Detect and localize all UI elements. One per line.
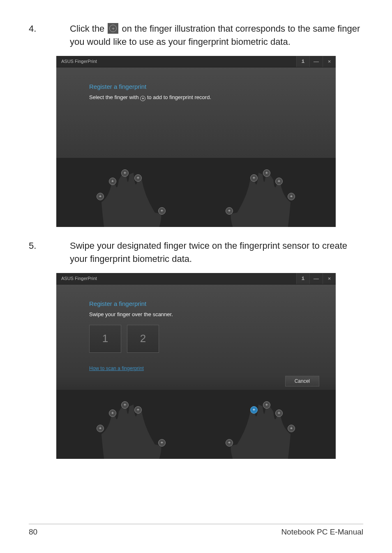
step-text: Swipe your designated finger twice on th… <box>70 239 363 266</box>
plus-circle-icon: + <box>140 96 145 101</box>
cancel-button[interactable]: Cancel <box>285 376 319 386</box>
left-middle-add[interactable] <box>121 169 129 177</box>
doc-title: Notebook PC E-Manual <box>281 528 363 537</box>
register-heading: Register a fingerprint <box>89 83 315 90</box>
info-button[interactable]: i <box>296 56 309 67</box>
left-index-add[interactable] <box>109 178 116 185</box>
right-thumb-add[interactable] <box>226 439 233 447</box>
window-titlebar: ASUS FingerPrint i — × <box>56 273 336 285</box>
right-index-add[interactable] <box>250 174 258 182</box>
right-index-active[interactable] <box>250 406 258 414</box>
hands-illustration <box>56 390 336 459</box>
register-subtext: Select the finger with + to add to finge… <box>89 94 315 101</box>
window-titlebar: ASUS FingerPrint i — × <box>56 56 336 67</box>
step-4: 4. Click the + on the finger illustratio… <box>29 22 363 49</box>
right-pinky-add[interactable] <box>288 425 295 432</box>
left-ring-add[interactable] <box>134 174 142 182</box>
left-hand <box>89 158 171 227</box>
window-title: ASUS FingerPrint <box>61 59 97 64</box>
close-button[interactable]: × <box>323 273 336 284</box>
sub-after: to add to fingerprint record. <box>145 94 211 100</box>
left-hand <box>89 390 171 459</box>
left-thumb-add[interactable] <box>97 425 104 432</box>
right-middle-add[interactable] <box>263 169 270 177</box>
step-5: 5. Swipe your designated finger twice on… <box>29 239 363 266</box>
right-hand <box>221 390 303 459</box>
right-thumb-add[interactable] <box>226 207 233 215</box>
left-pinky-add[interactable] <box>158 439 166 447</box>
left-middle-add[interactable] <box>121 401 129 409</box>
close-button[interactable]: × <box>323 56 336 67</box>
swipe-box-1: 1 <box>89 325 121 353</box>
right-ring-add[interactable] <box>275 410 283 417</box>
plus-icon: + <box>108 23 118 34</box>
step-number: 4. <box>29 22 70 49</box>
page-footer: 80 Notebook PC E-Manual <box>29 524 363 537</box>
left-ring-add[interactable] <box>134 406 142 414</box>
left-index-add[interactable] <box>109 410 116 417</box>
left-thumb-add[interactable] <box>97 193 104 200</box>
minimize-button[interactable]: — <box>309 56 323 67</box>
left-pinky-add[interactable] <box>158 207 166 215</box>
howto-link[interactable]: How to scan a fingerprint <box>89 366 144 371</box>
screenshot-register-select: ASUS FingerPrint i — × Register a finger… <box>56 56 336 227</box>
step-text: Click the + on the finger illustration t… <box>70 22 363 49</box>
swipe-subtext: Swipe your finger over the scanner. <box>89 311 315 317</box>
info-button[interactable]: i <box>296 273 309 284</box>
step-number: 5. <box>29 239 70 266</box>
step4-before: Click the <box>70 23 107 34</box>
right-pinky-add[interactable] <box>288 193 295 200</box>
page-number: 80 <box>29 528 37 537</box>
right-hand <box>221 158 303 227</box>
right-middle-add[interactable] <box>263 401 270 409</box>
minimize-button[interactable]: — <box>309 273 323 284</box>
register-heading: Register a fingerprint <box>89 300 315 307</box>
sub-before: Select the finger with <box>89 94 140 100</box>
screenshot-register-swipe: ASUS FingerPrint i — × Register a finger… <box>56 273 336 459</box>
swipe-count-boxes: 1 2 <box>89 325 315 353</box>
right-ring-add[interactable] <box>275 178 283 185</box>
window-title: ASUS FingerPrint <box>61 276 97 281</box>
swipe-box-2: 2 <box>127 325 159 353</box>
hands-illustration <box>56 158 336 227</box>
